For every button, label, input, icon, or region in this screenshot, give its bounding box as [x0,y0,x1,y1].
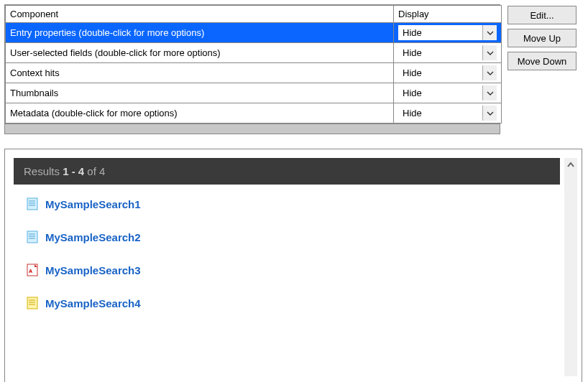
preview-pane: Results 1 - 4 of 4 MySampleSearch1MySamp… [4,149,582,382]
display-value: Hide [398,25,482,40]
list-item: AMySampleSearch3 [27,264,553,276]
edit-button[interactable]: Edit... [507,6,576,24]
svg-text:A: A [29,269,32,274]
move-down-button[interactable]: Move Down [507,52,576,70]
svg-rect-11 [27,297,37,309]
doc-blue-icon [27,230,38,243]
result-link[interactable]: MySampleSearch1 [45,198,141,210]
results-of-text: of 4 [84,165,105,177]
table-row[interactable]: Entry properties (double-click for more … [6,23,502,43]
doc-blue-icon [27,197,38,210]
chevron-down-icon[interactable] [482,25,497,40]
component-cell[interactable]: Metadata (double-click for more options) [6,103,394,124]
results-header: Results 1 - 4 of 4 [14,158,560,185]
pdf-icon: A [27,264,38,276]
result-link[interactable]: MySampleSearch3 [45,264,141,276]
display-value: Hide [398,45,482,60]
result-link[interactable]: MySampleSearch4 [45,297,141,309]
column-header-display[interactable]: Display [394,6,502,23]
display-value: Hide [398,65,482,80]
display-cell[interactable]: Hide [394,83,502,103]
move-up-button[interactable]: Move Up [507,29,576,47]
component-cell[interactable]: Context hits [6,63,394,83]
component-cell[interactable]: User-selected fields (double-click for m… [6,43,394,63]
table-row[interactable]: ThumbnailsHide [6,83,502,103]
component-cell[interactable]: Thumbnails [6,83,394,103]
chevron-down-icon[interactable] [482,85,497,101]
list-item: MySampleSearch2 [27,230,553,243]
component-grid: Component Display Entry properties (doub… [4,4,500,134]
display-value: Hide [398,85,482,101]
scrollbar-up-button[interactable] [565,159,576,171]
svg-rect-4 [27,231,37,243]
display-cell[interactable]: Hide [394,103,502,124]
table-row[interactable]: Context hitsHide [6,63,502,83]
scrollbar-vertical[interactable] [564,158,577,376]
display-value: Hide [398,106,482,121]
chevron-down-icon[interactable] [482,65,497,80]
result-link[interactable]: MySampleSearch2 [45,231,141,243]
component-cell[interactable]: Entry properties (double-click for more … [6,23,394,43]
display-cell[interactable]: Hide [394,63,502,83]
results-range: 1 - 4 [63,165,84,177]
display-cell[interactable]: Hide [394,23,502,43]
doc-yellow-icon [27,297,38,309]
list-item: MySampleSearch1 [27,197,553,210]
table-row[interactable]: Metadata (double-click for more options)… [6,103,502,124]
grid-footer-bar [5,124,500,134]
svg-rect-0 [27,198,37,210]
results-header-prefix: Results [24,165,63,177]
table-row[interactable]: User-selected fields (double-click for m… [6,43,502,63]
column-header-component[interactable]: Component [6,6,394,23]
list-item: MySampleSearch4 [27,297,553,309]
display-cell[interactable]: Hide [394,43,502,63]
chevron-down-icon[interactable] [482,106,497,121]
chevron-down-icon[interactable] [482,45,497,60]
